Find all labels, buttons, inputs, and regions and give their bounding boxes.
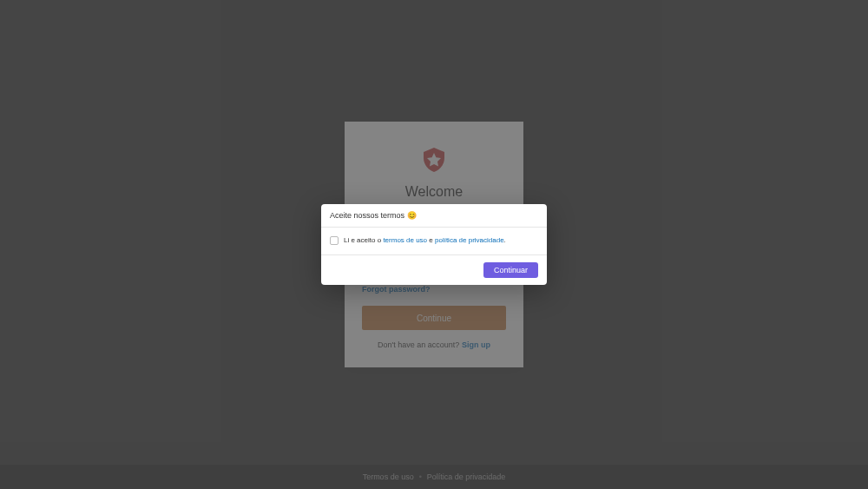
period-text: . — [504, 236, 506, 244]
privacy-policy-link[interactable]: política de privacidade — [435, 236, 504, 244]
modal-overlay: Aceite nossos termos 😊 Li e aceito o ter… — [0, 0, 868, 489]
accept-prefix: Li e aceito o — [344, 236, 383, 244]
modal-header: Aceite nossos termos 😊 — [321, 204, 547, 228]
connector-text: e — [427, 236, 435, 244]
modal-footer: Continuar — [321, 255, 547, 285]
modal-continue-button[interactable]: Continuar — [483, 262, 538, 278]
modal-body: Li e aceito o termos de uso e política d… — [321, 228, 547, 254]
accept-terms-checkbox[interactable] — [330, 236, 339, 245]
accept-terms-text: Li e aceito o termos de uso e política d… — [344, 236, 506, 245]
terms-of-use-link[interactable]: termos de uso — [383, 236, 427, 244]
terms-modal: Aceite nossos termos 😊 Li e aceito o ter… — [321, 204, 547, 284]
